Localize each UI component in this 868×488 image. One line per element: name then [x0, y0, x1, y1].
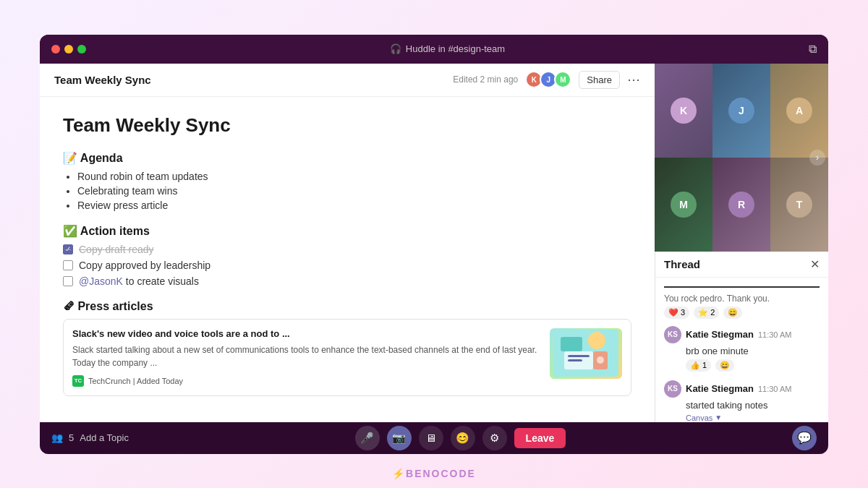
- minimize-button[interactable]: [64, 45, 73, 53]
- participant-6: T: [770, 158, 828, 252]
- participant-2: J: [712, 64, 770, 158]
- participants-count: 5: [69, 432, 74, 443]
- checklist: ✓ Copy draft ready Copy approved by lead…: [63, 244, 631, 287]
- video-cell-3: A: [770, 64, 828, 158]
- participants-icon: 👥: [51, 432, 63, 443]
- msg-2-header: KS Katie Stiegman 11:30 AM: [664, 380, 820, 398]
- msg-1-header: KS Katie Stiegman 11:30 AM: [664, 326, 820, 343]
- pip-icon: ⧉: [809, 43, 817, 55]
- brand-footer: ⚡BENOCODE: [392, 468, 476, 479]
- checklist-item-done[interactable]: ✓ Copy draft ready: [63, 244, 631, 255]
- right-pane: K J A: [655, 64, 828, 454]
- checklist-item[interactable]: Copy approved by leadership: [63, 260, 631, 271]
- edited-text: Edited 2 min ago: [453, 74, 518, 85]
- screen-share-button[interactable]: 🖥: [419, 426, 443, 450]
- checklist-text: Copy draft ready: [79, 244, 154, 255]
- titlebar: 🎧 Huddle in #design-team ⧉: [40, 35, 828, 64]
- emoji-reaction-button[interactable]: 😊: [451, 426, 475, 450]
- maximize-button[interactable]: [77, 45, 86, 53]
- video-cell-2: J: [712, 64, 770, 158]
- agenda-title: 📝 Agenda: [63, 151, 631, 165]
- avatar-stack: K J M: [525, 71, 571, 88]
- doc-title-small: Team Weekly Sync: [54, 74, 151, 86]
- reaction-thumbsup[interactable]: 👍 1: [686, 359, 711, 372]
- article-body: Slack started talking about a new set of…: [72, 343, 541, 369]
- emoji-icon: 😊: [456, 432, 469, 445]
- video-pane: K J A: [655, 64, 828, 252]
- share-button[interactable]: Share: [579, 71, 620, 89]
- reaction-smile[interactable]: 😄: [723, 307, 742, 319]
- participant-1: K: [655, 64, 712, 158]
- video-button[interactable]: 📷: [387, 426, 412, 450]
- reaction-star[interactable]: ⭐ 2: [694, 307, 719, 319]
- press-articles-section: 🗞 Press articles Slack's new video and v…: [63, 300, 631, 396]
- bottom-left: 👥 5 Add a Topic: [51, 432, 129, 443]
- thread-divider: [664, 286, 820, 288]
- canvas-tag[interactable]: Canvas ▼: [686, 414, 722, 422]
- reaction-smile-2[interactable]: 😄: [715, 359, 734, 372]
- thread-close-button[interactable]: ✕: [810, 257, 820, 271]
- action-items-section: ✅ Action items ✓ Copy draft ready Copy a…: [63, 224, 631, 287]
- video-cell-4: M: [655, 158, 712, 252]
- doc-header: Team Weekly Sync Edited 2 min ago K J M: [40, 64, 655, 97]
- chat-button[interactable]: 💬: [792, 426, 817, 450]
- press-title: 🗞 Press articles: [63, 300, 631, 313]
- traffic-lights: [51, 45, 86, 53]
- message-1: KS Katie Stiegman 11:30 AM brb one minut…: [664, 326, 820, 372]
- doc-main-title: Team Weekly Sync: [63, 114, 631, 137]
- svg-rect-4: [568, 355, 590, 357]
- thread-header: Thread ✕: [655, 252, 828, 278]
- msg-1-name: Katie Stiegman: [686, 329, 754, 340]
- leave-button[interactable]: Leave: [514, 428, 566, 448]
- reaction-heart[interactable]: ❤️ 3: [664, 307, 689, 319]
- mic-button[interactable]: 🎤: [355, 426, 380, 450]
- pip-button[interactable]: ⧉: [809, 43, 817, 56]
- msg-2-avatar: KS: [664, 380, 681, 398]
- screen-icon: 🖥: [425, 432, 436, 444]
- settings-button[interactable]: ⚙: [482, 426, 507, 450]
- checklist-text: Copy approved by leadership: [79, 260, 210, 271]
- video-grid: K J A: [655, 64, 828, 252]
- participant-3: A: [770, 64, 828, 158]
- msg-1-avatar: KS: [664, 326, 681, 343]
- svg-rect-5: [568, 359, 582, 361]
- doc-header-right: Edited 2 min ago K J M Share ⋯: [453, 71, 640, 89]
- settings-icon: ⚙: [490, 432, 499, 445]
- reaction-bar-2: 👍 1 😄: [686, 359, 820, 372]
- main-content: Team Weekly Sync Edited 2 min ago K J M: [40, 64, 828, 454]
- msg-2-name: Katie Stiegman: [686, 383, 754, 394]
- add-topic-link[interactable]: Add a Topic: [80, 432, 129, 443]
- video-cell-5: R: [712, 158, 770, 252]
- article-text: Slack's new video and voice tools are a …: [72, 328, 541, 387]
- video-next-button[interactable]: ›: [809, 150, 825, 166]
- list-item: Celebrating team wins: [77, 185, 631, 197]
- agenda-section: 📝 Agenda Round robin of team updates Cel…: [63, 151, 631, 211]
- thread-title: Thread: [664, 258, 700, 270]
- avatar-3: M: [554, 71, 571, 88]
- prev-message-text: You rock pedro. Thank you.: [664, 294, 820, 304]
- article-card[interactable]: Slack's new video and voice tools are a …: [63, 319, 631, 396]
- msg-2-time: 11:30 AM: [758, 385, 791, 393]
- checklist-item[interactable]: @JasonK to create visuals: [63, 275, 631, 287]
- bottom-right: 💬: [792, 426, 817, 450]
- document-pane: Team Weekly Sync Edited 2 min ago K J M: [40, 64, 655, 454]
- brand-label: ⚡BENOCODE: [392, 468, 476, 479]
- reaction-bar-1: ❤️ 3 ⭐ 2 😄: [664, 307, 820, 319]
- svg-rect-1: [561, 337, 582, 351]
- checkbox-empty: [63, 260, 73, 270]
- article-image: [550, 328, 622, 379]
- list-item: Review press article: [77, 200, 631, 211]
- app-window: 🎧 Huddle in #design-team ⧉ Team Weekly S…: [40, 35, 828, 454]
- mention: @JasonK: [79, 275, 123, 287]
- participant-5: R: [712, 158, 770, 252]
- msg-2-text: started taking notes: [686, 400, 820, 411]
- bottom-bar: 👥 5 Add a Topic 🎤 📷 🖥 😊 ⚙ Leave: [40, 422, 828, 454]
- article-headline: Slack's new video and voice tools are a …: [72, 328, 541, 339]
- more-button[interactable]: ⋯: [627, 72, 640, 87]
- close-button[interactable]: [51, 45, 60, 53]
- huddle-label: 🎧 Huddle in #design-team: [390, 43, 505, 54]
- canvas-dropdown-icon: ▼: [715, 414, 722, 421]
- list-item: Round robin of team updates: [77, 171, 631, 182]
- video-icon: 📷: [392, 432, 406, 445]
- svg-point-7: [597, 356, 604, 364]
